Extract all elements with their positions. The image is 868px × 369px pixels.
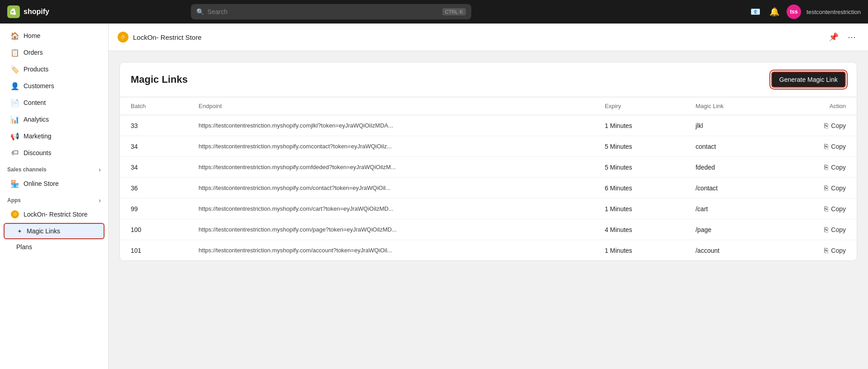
user-name[interactable]: testcontentrestriction [806, 9, 861, 15]
page-card-header: Magic Links Generate Magic Link [120, 62, 857, 97]
apps-expand-icon[interactable]: › [99, 197, 101, 204]
copy-label: Copy [831, 164, 846, 171]
col-batch: Batch [120, 97, 188, 115]
cell-batch: 34 [120, 157, 188, 178]
search-bar[interactable]: 🔍 CTRL K [191, 4, 471, 19]
cell-magic-link: /account [685, 240, 777, 261]
copy-button[interactable]: ⎘ Copy [787, 142, 846, 150]
copy-button[interactable]: ⎘ Copy [787, 163, 846, 171]
sidebar-item-products[interactable]: 🏷️ Products [4, 61, 104, 77]
sidebar-item-content[interactable]: 📄 Content [4, 95, 104, 111]
cell-endpoint: https://testcontentrestriction.myshopify… [188, 157, 594, 178]
sales-channels-section: Sales channels › [0, 161, 108, 175]
copy-button[interactable]: ⎘ Copy [787, 226, 846, 233]
cell-magic-link: /contact [685, 178, 777, 199]
copy-button[interactable]: ⎘ Copy [787, 246, 846, 254]
magic-links-table: Batch Endpoint Expiry Magic Link Action … [120, 97, 857, 260]
sidebar-item-marketing-label: Marketing [24, 132, 51, 140]
sidebar-item-customers[interactable]: 👤 Customers [4, 78, 104, 94]
sidebar-item-discounts[interactable]: 🏷 Discounts [4, 145, 104, 161]
search-shortcut: CTRL K [442, 8, 466, 15]
copy-button[interactable]: ⎘ Copy [787, 122, 846, 129]
cell-magic-link: /page [685, 219, 777, 240]
sidebar-item-magic-links[interactable]: ✦ Magic Links [4, 223, 104, 239]
sidebar-item-online-store[interactable]: 🏪 Online Store [4, 175, 104, 192]
cell-expiry: 5 Minutes [594, 157, 685, 178]
products-icon: 🏷️ [11, 65, 19, 73]
sidebar-item-home[interactable]: 🏠 Home [4, 28, 104, 44]
col-endpoint: Endpoint [188, 97, 594, 115]
cell-expiry: 4 Minutes [594, 219, 685, 240]
plans-label: Plans [16, 243, 32, 251]
cell-endpoint: https://testcontentrestriction.myshopify… [188, 136, 594, 157]
cell-expiry: 1 Minutes [594, 199, 685, 219]
copy-button[interactable]: ⎘ Copy [787, 184, 846, 192]
sidebar-item-content-label: Content [24, 99, 46, 106]
sidebar: 🏠 Home 📋 Orders 🏷️ Products 👤 Customers … [0, 24, 109, 369]
table-row: 100 https://testcontentrestriction.mysho… [120, 219, 857, 240]
notifications-icon[interactable]: 🔔 [768, 5, 781, 19]
table-row: 33 https://testcontentrestriction.myshop… [120, 115, 857, 136]
cell-endpoint: https://testcontentrestriction.myshopify… [188, 219, 594, 240]
content-icon: 📄 [11, 99, 19, 107]
search-input[interactable] [208, 8, 439, 15]
messages-icon[interactable]: 📧 [749, 5, 762, 19]
copy-label: Copy [831, 205, 846, 213]
magic-links-icon: ✦ [17, 228, 22, 235]
sidebar-item-products-label: Products [24, 66, 48, 73]
cell-action: ⎘ Copy [777, 157, 857, 178]
copy-label: Copy [831, 184, 846, 192]
cell-batch: 99 [120, 199, 188, 219]
copy-label: Copy [831, 226, 846, 233]
user-avatar[interactable]: tss [787, 5, 801, 19]
col-action: Action [777, 97, 857, 115]
cell-action: ⎘ Copy [777, 199, 857, 219]
sidebar-item-analytics-label: Analytics [24, 116, 49, 123]
apps-section: Apps › [0, 192, 108, 206]
shopify-logo: shopify [7, 5, 49, 18]
search-icon: 🔍 [196, 8, 204, 15]
sidebar-item-analytics[interactable]: 📊 Analytics [4, 111, 104, 128]
cell-action: ⎘ Copy [777, 219, 857, 240]
sidebar-item-orders-label: Orders [24, 49, 43, 56]
lockon-app-icon: ⏱ [11, 210, 19, 218]
sidebar-item-discounts-label: Discounts [24, 149, 51, 156]
copy-label: Copy [831, 247, 846, 254]
sidebar-item-orders[interactable]: 📋 Orders [4, 44, 104, 61]
main-layout: 🏠 Home 📋 Orders 🏷️ Products 👤 Customers … [0, 24, 868, 369]
pin-icon[interactable]: 📌 [826, 30, 841, 44]
generate-magic-link-button[interactable]: Generate Magic Link [771, 71, 846, 88]
table-header: Batch Endpoint Expiry Magic Link Action [120, 97, 857, 115]
sidebar-item-marketing[interactable]: 📢 Marketing [4, 128, 104, 144]
sidebar-item-lockon[interactable]: ⏱ LockOn- Restrict Store [4, 206, 104, 222]
table-row: 101 https://testcontentrestriction.mysho… [120, 240, 857, 261]
sidebar-item-lockon-label: LockOn- Restrict Store [24, 211, 88, 218]
discounts-icon: 🏷 [11, 149, 19, 157]
home-icon: 🏠 [11, 32, 19, 40]
table-body: 33 https://testcontentrestriction.myshop… [120, 115, 857, 261]
cell-endpoint: https://testcontentrestriction.myshopify… [188, 115, 594, 136]
copy-button[interactable]: ⎘ Copy [787, 205, 846, 213]
sidebar-item-plans[interactable]: Plans [4, 240, 104, 254]
sales-channels-expand-icon[interactable]: › [99, 166, 101, 173]
cell-action: ⎘ Copy [777, 178, 857, 199]
app-header-actions: 📌 ⋯ [826, 30, 859, 44]
cell-endpoint: https://testcontentrestriction.myshopify… [188, 240, 594, 261]
shopify-logo-icon [7, 5, 20, 18]
cell-magic-link: jlkl [685, 115, 777, 136]
cell-batch: 36 [120, 178, 188, 199]
copy-icon: ⎘ [824, 246, 828, 254]
marketing-icon: 📢 [11, 132, 19, 140]
cell-batch: 101 [120, 240, 188, 261]
copy-label: Copy [831, 122, 846, 129]
col-expiry: Expiry [594, 97, 685, 115]
copy-icon: ⎘ [824, 226, 828, 233]
app-header-title: LockOn- Restrict Store [133, 33, 202, 41]
copy-icon: ⎘ [824, 205, 828, 213]
cell-endpoint: https://testcontentrestriction.myshopify… [188, 178, 594, 199]
cell-magic-link: fdeded [685, 157, 777, 178]
table-row: 34 https://testcontentrestriction.myshop… [120, 136, 857, 157]
cell-expiry: 1 Minutes [594, 115, 685, 136]
copy-icon: ⎘ [824, 163, 828, 171]
more-options-icon[interactable]: ⋯ [844, 30, 859, 44]
